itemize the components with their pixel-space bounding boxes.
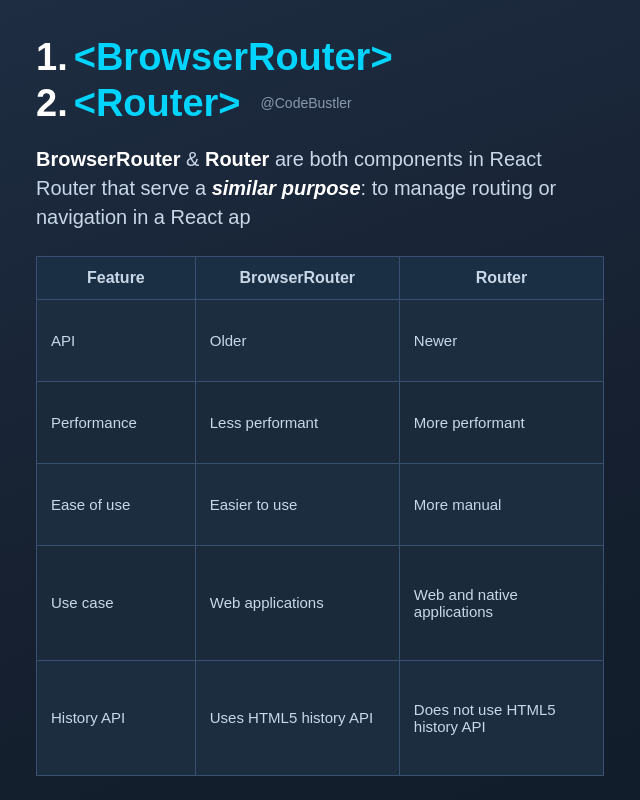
- cell-browser-4: Uses HTML5 history API: [195, 660, 399, 775]
- cell-browser-0: Older: [195, 300, 399, 382]
- title-router-tag: <Router>: [74, 82, 241, 126]
- cell-feature-3: Use case: [37, 545, 196, 660]
- cell-feature-1: Performance: [37, 382, 196, 464]
- cell-browser-2: Easier to use: [195, 464, 399, 546]
- table-header-row: Feature BrowserRouter Router: [37, 257, 604, 300]
- cell-router-0: Newer: [399, 300, 603, 382]
- cell-router-2: More manual: [399, 464, 603, 546]
- cell-feature-2: Ease of use: [37, 464, 196, 546]
- page-container: 1. <BrowserRouter> 2. <Router> @CodeBust…: [0, 0, 640, 800]
- desc-highlight: similar purpose: [212, 177, 361, 199]
- cell-router-3: Web and native applications: [399, 545, 603, 660]
- attribution: @CodeBustler: [261, 95, 352, 111]
- desc-connector: &: [180, 148, 204, 170]
- cell-browser-3: Web applications: [195, 545, 399, 660]
- cell-feature-0: API: [37, 300, 196, 382]
- th-feature: Feature: [37, 257, 196, 300]
- comparison-table: Feature BrowserRouter Router APIOlderNew…: [36, 256, 604, 776]
- cell-router-1: More performant: [399, 382, 603, 464]
- cell-router-4: Does not use HTML5 history API: [399, 660, 603, 775]
- description: BrowserRouter & Router are both componen…: [36, 145, 604, 232]
- table-row: Use caseWeb applicationsWeb and native a…: [37, 545, 604, 660]
- th-router: Router: [399, 257, 603, 300]
- desc-browser-router: BrowserRouter: [36, 148, 180, 170]
- th-browser-router: BrowserRouter: [195, 257, 399, 300]
- table-body: APIOlderNewerPerformanceLess performantM…: [37, 300, 604, 776]
- title-number-1: 1.: [36, 36, 68, 80]
- table-row: History APIUses HTML5 history APIDoes no…: [37, 660, 604, 775]
- title-line-2: 2. <Router> @CodeBustler: [36, 82, 604, 126]
- title-number-2: 2.: [36, 82, 68, 126]
- table-row: Ease of useEasier to useMore manual: [37, 464, 604, 546]
- title-browser-router-tag: <BrowserRouter>: [74, 36, 393, 80]
- title-line-1: 1. <BrowserRouter>: [36, 36, 604, 80]
- cell-feature-4: History API: [37, 660, 196, 775]
- cell-browser-1: Less performant: [195, 382, 399, 464]
- table-row: PerformanceLess performantMore performan…: [37, 382, 604, 464]
- title-section: 1. <BrowserRouter> 2. <Router> @CodeBust…: [36, 36, 604, 125]
- table-row: APIOlderNewer: [37, 300, 604, 382]
- desc-router: Router: [205, 148, 269, 170]
